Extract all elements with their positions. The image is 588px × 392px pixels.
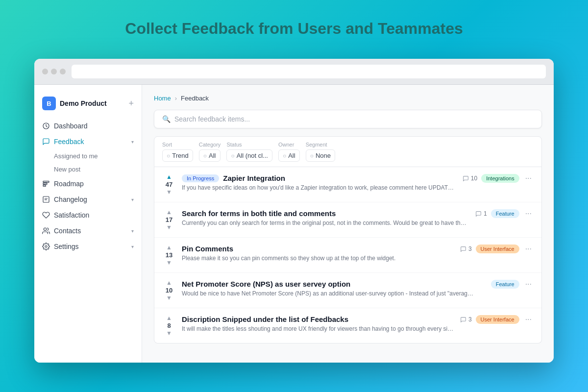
sidebar-item-label-roadmap: Roadmap	[54, 180, 134, 188]
sidebar-item-label-contacts: Contacts	[54, 227, 127, 235]
more-options-button[interactable]: ···	[523, 315, 534, 324]
svg-point-7	[44, 228, 46, 230]
comment-count: 3	[460, 245, 472, 252]
vote-up-button[interactable]: ▲	[166, 245, 172, 250]
traffic-light-minimize[interactable]	[51, 69, 57, 74]
more-options-button[interactable]: ···	[523, 209, 534, 218]
vote-up-button[interactable]: ▲	[166, 174, 172, 180]
feedback-title[interactable]: Net Promoter Score (NPS) as user servey …	[182, 280, 350, 288]
filter-status-value: All (not cl...	[237, 152, 268, 159]
vote-up-button[interactable]: ▲	[166, 209, 172, 215]
comment-count: 3	[460, 316, 472, 323]
vote-count: 13	[166, 251, 172, 259]
filter-sort-label: Sort	[162, 142, 193, 147]
vote-count: 8	[167, 322, 171, 329]
feedback-title[interactable]: Discription Snipped under the list of Fe…	[182, 315, 348, 323]
vote-down-button[interactable]: ▼	[166, 330, 172, 336]
sidebar-item-label-feedback: Feedback	[54, 138, 127, 146]
feedback-body: Discription Snipped under the list of Fe…	[182, 315, 454, 332]
traffic-light-fullscreen[interactable]	[60, 69, 66, 74]
feedback-item: ▲ 17 ▼ Search for terms in both title an…	[154, 202, 541, 238]
sidebar-item-label-satisfaction: Satisfaction	[54, 211, 134, 219]
filter-category-value: All	[209, 152, 216, 159]
vote-down-button[interactable]: ▼	[166, 224, 172, 230]
chevron-down-icon-contacts: ▾	[131, 228, 134, 234]
breadcrumb-home[interactable]: Home	[154, 95, 171, 102]
chevron-down-icon-changelog: ▾	[131, 197, 134, 202]
sidebar-item-label-dashboard: Dashboard	[54, 122, 134, 130]
feedback-body: Search for terms in both title and comme…	[182, 209, 469, 226]
comment-icon	[460, 317, 466, 323]
vote-control: ▲ 13 ▼	[162, 245, 176, 266]
feedback-title-row: Net Promoter Score (NPS) as user servey …	[182, 280, 485, 288]
traffic-lights	[42, 69, 66, 74]
tag-badge[interactable]: Feature	[491, 209, 519, 218]
sidebar-subitem-assigned[interactable]: Assigned to me	[34, 149, 142, 163]
sidebar-item-satisfaction[interactable]: Satisfaction	[34, 207, 142, 223]
filter-segment-label: Segment	[306, 142, 335, 147]
feedback-item: ▲ 47 ▼ In Progress Zapier Integration If…	[154, 167, 541, 202]
sidebar-subitem-new-post[interactable]: New post	[34, 163, 142, 176]
vote-up-button[interactable]: ▲	[166, 315, 172, 321]
chevron-down-icon: ▾	[131, 139, 134, 145]
vote-control: ▲ 10 ▼	[162, 280, 176, 301]
tag-badge[interactable]: Integrations	[481, 174, 519, 183]
tag-badge[interactable]: Feature	[491, 280, 519, 289]
sidebar-item-contacts[interactable]: Contacts ▾	[34, 223, 142, 239]
feedback-title[interactable]: Zapier Integration	[223, 174, 285, 182]
filter-segment-select[interactable]: ○ None	[306, 149, 335, 162]
feedback-title[interactable]: Search for terms in both title and comme…	[182, 209, 336, 218]
changelog-icon	[42, 196, 50, 203]
sidebar-item-changelog[interactable]: Changelog ▾	[34, 192, 142, 207]
contacts-icon	[42, 227, 50, 235]
sidebar-item-feedback[interactable]: Feedback ▾	[34, 134, 142, 149]
breadcrumb-current: Feedback	[181, 95, 209, 102]
vote-down-button[interactable]: ▼	[166, 189, 172, 195]
workspace-avatar: B	[42, 97, 56, 110]
tag-badge[interactable]: User Interface	[476, 315, 519, 324]
filter-status-select[interactable]: ○ All (not cl...	[226, 149, 272, 162]
filter-sort-select[interactable]: ○ Trend	[162, 149, 193, 162]
sidebar-item-settings[interactable]: Settings ▾	[34, 239, 142, 254]
feedback-title-row: Search for terms in both title and comme…	[182, 209, 469, 218]
feedback-meta: 3 User Interface ···	[460, 245, 534, 253]
filter-category-label: Category	[199, 142, 221, 147]
filter-owner: Owner ○ All	[278, 142, 300, 162]
vote-control: ▲ 8 ▼	[162, 315, 176, 336]
more-options-button[interactable]: ···	[523, 280, 534, 289]
more-options-button[interactable]: ···	[523, 174, 534, 183]
sidebar-item-roadmap[interactable]: Roadmap	[34, 176, 142, 192]
filter-sort: Sort ○ Trend	[162, 142, 193, 162]
search-bar[interactable]: 🔍 Search feedback items...	[154, 110, 542, 128]
add-workspace-button[interactable]: +	[128, 98, 134, 109]
filter-category-select[interactable]: ○ All	[199, 149, 221, 162]
filter-sort-value: Trend	[172, 152, 188, 159]
vote-down-button[interactable]: ▼	[166, 295, 172, 301]
svg-rect-4	[43, 196, 49, 202]
comment-icon	[463, 175, 469, 182]
vote-count: 17	[166, 216, 172, 223]
feedback-title[interactable]: Pin Comments	[182, 245, 233, 253]
filter-owner-select[interactable]: ○ All	[278, 149, 300, 162]
traffic-light-close[interactable]	[42, 69, 48, 74]
vote-control: ▲ 47 ▼	[162, 174, 176, 195]
breadcrumb: Home › Feedback	[154, 95, 542, 102]
vote-up-button[interactable]: ▲	[166, 280, 172, 286]
satisfaction-icon	[42, 211, 50, 219]
feedback-body: Pin Comments Please make it so you can p…	[182, 245, 454, 262]
more-options-button[interactable]: ···	[523, 245, 534, 253]
feedback-list: ▲ 47 ▼ In Progress Zapier Integration If…	[154, 167, 542, 343]
vote-count: 47	[166, 181, 172, 188]
filters-row: Sort ○ Trend Category ○ All Status	[154, 136, 542, 167]
feedback-meta: 3 User Interface ···	[460, 315, 534, 324]
feedback-item: ▲ 10 ▼ Net Promoter Score (NPS) as user …	[154, 273, 541, 308]
browser-chrome	[34, 59, 554, 85]
tag-badge[interactable]: User Interface	[476, 245, 519, 253]
breadcrumb-separator: ›	[175, 95, 177, 102]
vote-count: 10	[166, 287, 172, 294]
vote-down-button[interactable]: ▼	[166, 260, 172, 266]
address-bar[interactable]	[72, 65, 546, 78]
feedback-meta: 10 Integrations ···	[463, 174, 534, 183]
sidebar-item-dashboard[interactable]: Dashboard	[34, 118, 142, 134]
browser-window: B Demo Product + Dashboard Feedback ▾ As…	[34, 59, 554, 363]
